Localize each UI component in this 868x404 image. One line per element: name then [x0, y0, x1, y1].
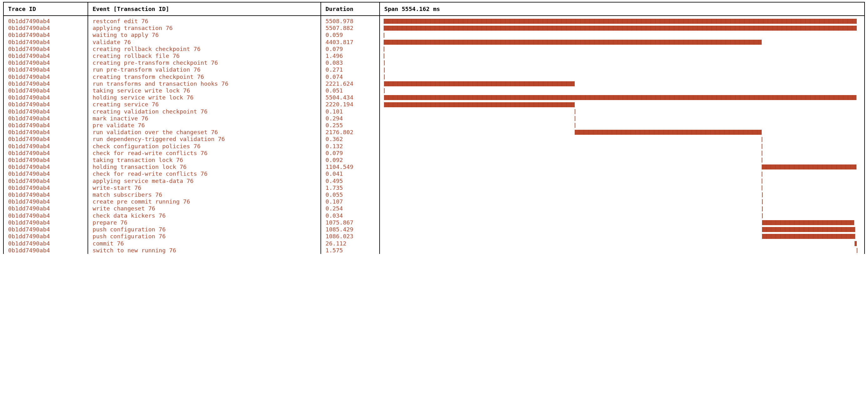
span-bar[interactable]: [762, 227, 855, 232]
duration-cell: 1.735: [321, 185, 380, 191]
span-bar[interactable]: [384, 88, 384, 93]
table-row[interactable]: 0b1dd7490ab4restconf edit 765508.978: [3, 18, 865, 25]
trace-id-cell: 0b1dd7490ab4: [3, 191, 88, 198]
table-row[interactable]: 0b1dd7490ab4creating rollback file 761.4…: [3, 53, 865, 59]
table-row[interactable]: 0b1dd7490ab4holding service write lock 7…: [3, 94, 865, 101]
span-bar[interactable]: [762, 179, 762, 184]
span-track: [384, 46, 861, 52]
span-bar[interactable]: [384, 26, 857, 31]
table-row[interactable]: 0b1dd7490ab4run pre-transform validation…: [3, 66, 865, 73]
table-row[interactable]: 0b1dd7490ab4creating service 762220.194: [3, 101, 865, 108]
span-bar[interactable]: [762, 158, 762, 163]
duration-cell: 0.055: [321, 191, 380, 198]
table-row[interactable]: 0b1dd7490ab4pre validate 760.255: [3, 122, 865, 129]
table-row[interactable]: 0b1dd7490ab4push configuration 761085.42…: [3, 226, 865, 233]
trace-id-cell: 0b1dd7490ab4: [3, 247, 88, 254]
trace-id-cell: 0b1dd7490ab4: [3, 129, 88, 136]
table-row[interactable]: 0b1dd7490ab4prepare 761075.867: [3, 219, 865, 226]
span-bar[interactable]: [384, 33, 384, 38]
event-cell: create pre commit running 76: [88, 198, 321, 205]
table-row[interactable]: 0b1dd7490ab4creating pre-transform check…: [3, 59, 865, 66]
table-row[interactable]: 0b1dd7490ab4creating rollback checkpoint…: [3, 45, 865, 53]
duration-cell: 0.294: [321, 115, 380, 122]
span-track: [384, 164, 861, 169]
table-row[interactable]: 0b1dd7490ab4taking service write lock 76…: [3, 87, 865, 94]
span-bar[interactable]: [762, 234, 855, 239]
col-header-duration[interactable]: Duration: [321, 2, 380, 15]
table-row[interactable]: 0b1dd7490ab4run validation over the chan…: [3, 129, 865, 136]
col-header-trace-id[interactable]: Trace ID: [3, 2, 88, 15]
span-bar[interactable]: [762, 137, 762, 142]
span-bar[interactable]: [762, 199, 763, 204]
duration-cell: 0.051: [321, 87, 380, 94]
span-cell: [380, 122, 865, 129]
span-bar[interactable]: [762, 144, 762, 149]
span-bar[interactable]: [575, 109, 575, 114]
span-bar[interactable]: [384, 19, 857, 24]
table-row[interactable]: 0b1dd7490ab4check data kickers 760.034: [3, 212, 865, 219]
col-header-span[interactable]: Span 5554.162 ms: [380, 2, 865, 15]
table-row[interactable]: 0b1dd7490ab4check for read-write conflic…: [3, 150, 865, 157]
trace-id-cell: 0b1dd7490ab4: [3, 94, 88, 101]
span-bar[interactable]: [384, 95, 857, 100]
span-bar[interactable]: [384, 60, 384, 65]
table-row[interactable]: 0b1dd7490ab4check for read-write conflic…: [3, 170, 865, 177]
table-row[interactable]: 0b1dd7490ab4switch to new running 761.57…: [3, 247, 865, 254]
table-row[interactable]: 0b1dd7490ab4validate 764403.817: [3, 39, 865, 45]
span-bar[interactable]: [384, 40, 762, 45]
span-bar[interactable]: [384, 46, 384, 52]
table-row[interactable]: 0b1dd7490ab4holding transaction lock 761…: [3, 163, 865, 170]
duration-cell: 1086.023: [321, 233, 380, 240]
table-row[interactable]: 0b1dd7490ab4write-start 761.735: [3, 185, 865, 191]
span-bar[interactable]: [384, 67, 384, 72]
span-bar[interactable]: [384, 54, 384, 59]
span-bar[interactable]: [762, 192, 763, 197]
span-bar[interactable]: [762, 172, 762, 177]
table-row[interactable]: 0b1dd7490ab4check configuration policies…: [3, 143, 865, 150]
duration-cell: 0.041: [321, 170, 380, 177]
span-bar[interactable]: [762, 220, 854, 225]
span-track: [384, 179, 861, 184]
event-cell: run pre-transform validation 76: [88, 66, 321, 73]
col-header-event[interactable]: Event [Transaction ID]: [88, 2, 321, 15]
span-bar[interactable]: [384, 102, 575, 107]
duration-cell: 1.496: [321, 53, 380, 59]
span-bar[interactable]: [384, 81, 575, 86]
span-bar[interactable]: [762, 213, 763, 218]
span-bar[interactable]: [575, 123, 575, 128]
event-cell: check for read-write conflicts 76: [88, 170, 321, 177]
span-track: [384, 206, 861, 211]
span-cell: [380, 136, 865, 143]
span-track: [384, 33, 861, 38]
table-row[interactable]: 0b1dd7490ab4match subscribers 760.055: [3, 191, 865, 198]
event-cell: applying transaction 76: [88, 25, 321, 32]
span-track: [384, 19, 861, 24]
table-row[interactable]: 0b1dd7490ab4commit 7626.112: [3, 240, 865, 247]
span-track: [384, 199, 861, 204]
span-bar[interactable]: [575, 116, 575, 121]
table-row[interactable]: 0b1dd7490ab4waiting to apply 760.059: [3, 32, 865, 38]
table-row[interactable]: 0b1dd7490ab4applying service meta-data 7…: [3, 178, 865, 185]
span-bar[interactable]: [762, 185, 762, 190]
table-row[interactable]: 0b1dd7490ab4run transforms and transacti…: [3, 81, 865, 87]
span-bar[interactable]: [762, 164, 857, 169]
table-row[interactable]: 0b1dd7490ab4run dependency-triggered val…: [3, 136, 865, 143]
table-row[interactable]: 0b1dd7490ab4push configuration 761086.02…: [3, 233, 865, 240]
span-bar[interactable]: [857, 248, 857, 253]
span-bar[interactable]: [575, 130, 762, 135]
table-row[interactable]: 0b1dd7490ab4creating transform checkpoin…: [3, 73, 865, 81]
table-row[interactable]: 0b1dd7490ab4taking transaction lock 760.…: [3, 157, 865, 163]
span-bar[interactable]: [855, 241, 857, 246]
span-bar[interactable]: [384, 74, 384, 80]
span-bar[interactable]: [762, 206, 763, 211]
table-row[interactable]: 0b1dd7490ab4write changeset 760.254: [3, 205, 865, 212]
table-row[interactable]: 0b1dd7490ab4create pre commit running 76…: [3, 198, 865, 205]
duration-cell: 0.034: [321, 212, 380, 219]
table-row[interactable]: 0b1dd7490ab4mark inactive 760.294: [3, 115, 865, 122]
table-row[interactable]: 0b1dd7490ab4creating validation checkpoi…: [3, 108, 865, 115]
trace-id-cell: 0b1dd7490ab4: [3, 101, 88, 108]
table-row[interactable]: 0b1dd7490ab4applying transaction 765507.…: [3, 25, 865, 32]
duration-cell: 0.107: [321, 198, 380, 205]
span-bar[interactable]: [762, 151, 762, 156]
event-cell: restconf edit 76: [88, 18, 321, 25]
